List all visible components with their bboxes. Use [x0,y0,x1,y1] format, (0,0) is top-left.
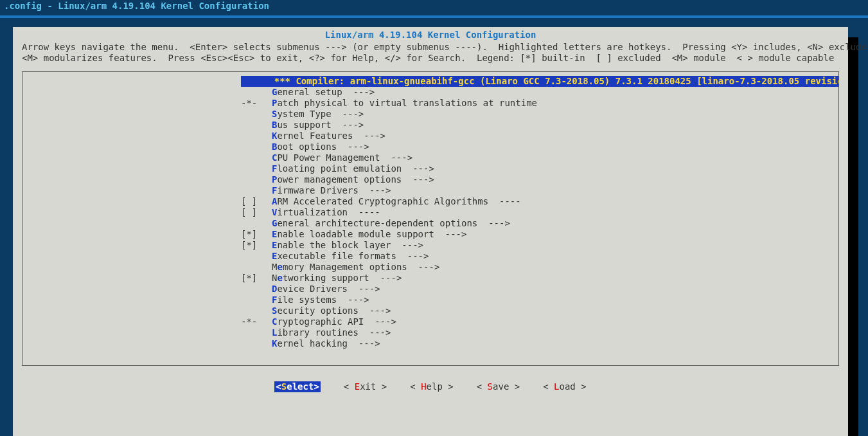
menu-item-20[interactable]: File systems ---> [22,295,838,305]
menu-item-label: ernel Features ---> [277,131,385,141]
menu-item-state [241,185,272,196]
menu-item-state [241,284,272,295]
menu-item-label: ryptographic API ---> [277,316,396,327]
menu-item-state: [ ] [241,207,272,218]
menu-item-state [241,109,272,120]
menu-item-label: evice Drivers ---> [277,284,380,294]
menu-item-2[interactable]: -*- Patch physical to virtual translatio… [22,98,838,109]
hotkey: E [355,381,360,392]
box-title: Linux/arm 4.19.104 Kernel Configuration [22,30,839,41]
menu-item-state [241,251,272,262]
menu-item-label: mory Management options ---> [283,262,439,272]
menu-item-label: ile systems ---> [277,295,369,305]
hotkey: S [281,381,287,392]
menu-item-label: tworking support ---> [283,273,402,283]
hotkey: S [488,381,493,392]
menu-item-18[interactable]: [*] Networking support ---> [22,273,838,284]
menu-item-0[interactable]: *** Compiler: arm-linux-gnueabihf-gcc (L… [22,76,838,87]
menu-item-label: ibrary routines ---> [277,327,391,338]
menu-item-state [241,262,272,273]
menu-item-label: ystem Type ---> [277,109,364,119]
menu-item-state: [ ] [241,196,272,207]
menu-item-state [241,141,272,152]
menu-item-label: RM Accelerated Cryptographic Algorithms … [277,196,520,206]
menu-item-state [241,174,272,185]
menu-item-label: us support ---> [277,120,364,130]
menu-item-label: PU Power Management ---> [277,152,412,163]
menu-item-label: ernel hacking ---> [277,338,380,349]
help-text: Arrow keys navigate the menu. <Enter> se… [22,42,839,64]
menu-item-3[interactable]: System Type ---> [22,109,838,120]
menu-item-6[interactable]: Boot options ---> [22,141,838,152]
menu-item-state [241,305,272,316]
button-bar: <Select>< Exit >< Help >< Save >< Load > [22,381,839,392]
menu-item-label: irtualization ---- [277,207,380,217]
menu-item-label: eneral architecture-dependent options --… [277,218,509,228]
menu-item-state: [*] [241,273,272,284]
menu-item-19[interactable]: Device Drivers ---> [22,284,838,295]
menu-item-state [241,327,272,338]
menu-item-state [241,338,272,349]
menu-item-state [241,131,272,141]
button-load[interactable]: < Load > [543,381,586,392]
menu-list[interactable]: *** Compiler: arm-linux-gnueabihf-gcc (L… [22,71,839,366]
button-exit[interactable]: < Exit > [344,381,387,392]
menu-item-22[interactable]: -*- Cryptographic API ---> [22,316,838,327]
menu-item-24[interactable]: Kernel hacking ---> [22,338,838,349]
menu-item-state: -*- [241,98,272,109]
menu-item-label: irmware Drivers ---> [277,185,391,195]
menu-item-label: loating point emulation ---> [277,163,434,174]
menu-item-label: ower management options ---> [277,174,434,185]
menu-item-15[interactable]: [*] Enable the block layer ---> [22,240,838,251]
button-select[interactable]: <Select> [274,381,320,392]
menu-item-label: atch physical to virtual translations at… [277,98,537,108]
menu-item-21[interactable]: Security options ---> [22,305,838,316]
menu-item-label: xecutable file formats ---> [277,251,429,261]
menu-item-23[interactable]: Library routines ---> [22,327,838,338]
menu-item-4[interactable]: Bus support ---> [22,120,838,131]
button-help[interactable]: < Help > [410,381,453,392]
window-titlebar: .config - Linux/arm 4.19.104 Kernel Conf… [0,0,868,18]
menu-item-9[interactable]: Power management options ---> [22,174,838,185]
button-save[interactable]: < Save > [477,381,520,392]
menu-item-14[interactable]: [*] Enable loadable module support ---> [22,229,838,240]
menu-item-label: ecurity options ---> [277,305,391,316]
hotkey: e [277,273,282,283]
menu-item-state [241,120,272,131]
menu-item-state [241,163,272,174]
menu-item-state: -*- [241,316,272,327]
menu-item-7[interactable]: CPU Power Management ---> [22,152,838,163]
menu-item-label: *** Compiler: arm-linux-gnueabihf-gcc (L… [252,76,838,87]
menu-item-state: [*] [241,240,272,251]
menu-item-label: nable the block layer ---> [277,240,423,250]
menu-item-state [241,295,272,305]
menu-item-10[interactable]: Firmware Drivers ---> [22,185,838,196]
menu-item-state [241,218,272,229]
hotkey: e [277,262,282,272]
hotkey: H [421,381,426,392]
menu-item-11[interactable]: [ ] ARM Accelerated Cryptographic Algori… [22,196,838,207]
menu-item-label: eneral setup ---> [277,87,375,97]
menu-item-state [241,87,272,98]
cursor [241,76,252,87]
menu-item-17[interactable]: Memory Management options ---> [22,262,838,273]
window-title: .config - Linux/arm 4.19.104 Kernel Conf… [4,1,269,11]
menu-item-1[interactable]: General setup ---> [22,87,838,98]
menuconfig-window: Linux/arm 4.19.104 Kernel Configuration … [13,27,848,436]
menu-item-state [241,152,272,163]
menu-item-label: nable loadable module support ---> [277,229,466,239]
menu-item-8[interactable]: Floating point emulation ---> [22,163,838,174]
menu-item-13[interactable]: General architecture-dependent options -… [22,218,838,229]
menu-item-state: [*] [241,229,272,240]
menu-item-label: oot options ---> [277,141,369,152]
menu-item-5[interactable]: Kernel Features ---> [22,131,838,141]
menu-item-16[interactable]: Executable file formats ---> [22,251,838,262]
menu-item-12[interactable]: [ ] Virtualization ---- [22,207,838,218]
